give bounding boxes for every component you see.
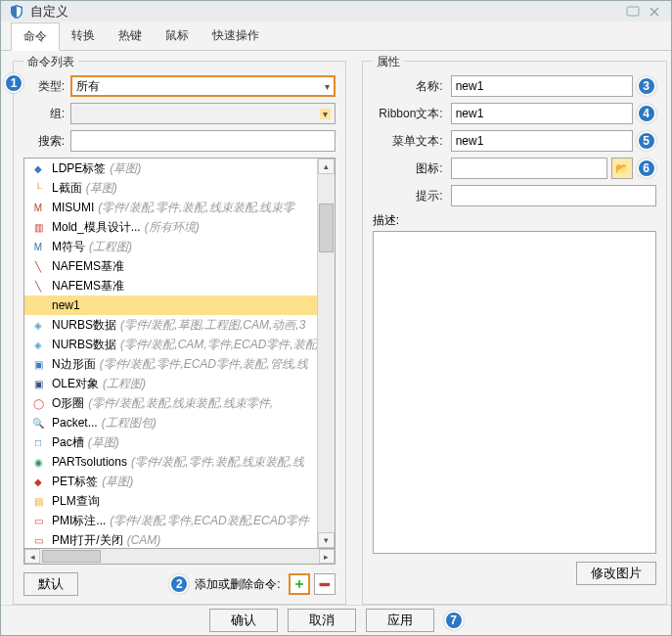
item-label: N边形面 — [52, 356, 96, 373]
list-item[interactable]: ◉PARTsolutions(零件/装配,零件,装配,线束装配,线 — [24, 452, 317, 472]
modify-image-button[interactable]: 修改图片 — [576, 562, 656, 585]
folder-open-icon: 📂 — [615, 162, 629, 175]
item-icon: ▥ — [30, 219, 46, 235]
list-item[interactable]: ▤PLM查询 — [24, 491, 317, 511]
search-input[interactable] — [70, 130, 336, 152]
tab-quick[interactable]: 快速操作 — [201, 22, 271, 50]
item-label: PET标签 — [52, 474, 98, 490]
default-button[interactable]: 默认 — [23, 572, 78, 596]
list-item[interactable]: ◆PET标签(草图) — [24, 472, 317, 491]
item-icon: ◆ — [30, 160, 46, 176]
tab-command[interactable]: 命令 — [11, 23, 60, 51]
list-item[interactable]: ▥Mold_模具设计...(所有环境) — [24, 217, 317, 237]
list-item[interactable]: MMISUMI(零件/装配,零件,装配,线束装配,线束零 — [24, 198, 317, 217]
item-icon: ▭ — [30, 513, 46, 528]
search-label: 搜索: — [23, 133, 65, 150]
item-label: PLM查询 — [52, 493, 100, 510]
scroll-right-button[interactable]: ▸ — [319, 549, 335, 564]
item-hint: (零件/装配,零件,ECAD装配,ECAD零件 — [110, 513, 309, 529]
type-select[interactable]: 所有 ▾ — [70, 75, 336, 97]
list-item[interactable]: 🔍Packet...(工程图包) — [24, 413, 317, 432]
item-label: PMI标注... — [52, 513, 106, 529]
scroll-down-button[interactable]: ▾ — [318, 532, 335, 548]
item-hint: (草图) — [86, 180, 117, 197]
item-icon — [30, 297, 46, 313]
list-item[interactable]: ▭PMI标注...(零件/装配,零件,ECAD装配,ECAD零件 — [24, 511, 317, 530]
add-command-button[interactable]: ＋ — [289, 573, 310, 595]
item-hint: (工程图包) — [102, 415, 157, 432]
command-list-title: 命令列表 — [23, 54, 78, 70]
list-item[interactable]: ▭PMI打开/关闭(CAM) — [24, 530, 317, 548]
help-icon[interactable] — [624, 4, 642, 20]
app-icon — [9, 4, 24, 20]
item-icon: ◈ — [30, 337, 46, 352]
type-value: 所有 — [76, 78, 100, 95]
list-item[interactable]: MM符号(工程图) — [24, 237, 317, 256]
tab-hotkey[interactable]: 热键 — [107, 22, 154, 50]
icon-field[interactable] — [451, 158, 607, 179]
callout-5: 5 — [637, 131, 656, 151]
item-icon: 🔍 — [30, 415, 46, 431]
list-item[interactable]: new1 — [24, 295, 317, 315]
cancel-button[interactable]: 取消 — [288, 609, 356, 632]
item-hint: (零件/装配,CAM,零件,ECAD零件,装配 — [120, 337, 317, 353]
list-item[interactable]: ◆LDPE标签(草图) — [24, 159, 317, 178]
list-item[interactable]: ◈NURBS数据(零件/装配,CAM,零件,ECAD零件,装配 — [24, 335, 317, 354]
callout-7: 7 — [444, 611, 464, 630]
tab-mouse[interactable]: 鼠标 — [154, 22, 201, 50]
list-item[interactable]: ╲NAFEMS基准 — [24, 276, 317, 295]
browse-icon-button[interactable]: 📂 — [611, 158, 633, 179]
hint-field[interactable] — [451, 185, 656, 206]
item-label: NURBS数据 — [52, 317, 116, 334]
menu-field[interactable] — [451, 130, 633, 152]
item-label: PMI打开/关闭 — [52, 532, 123, 549]
apply-button[interactable]: 应用 — [366, 609, 434, 632]
scroll-track-h[interactable] — [40, 549, 319, 564]
item-icon: ▭ — [30, 532, 46, 548]
description-label: 描述: — [373, 213, 399, 227]
command-list[interactable]: ◆LDPE标签(草图)└L截面(草图)MMISUMI(零件/装配,零件,装配,线… — [24, 159, 317, 548]
tab-convert[interactable]: 转换 — [60, 22, 107, 50]
ribbon-field[interactable] — [451, 103, 633, 124]
item-label: O形圈 — [52, 395, 84, 412]
name-field[interactable] — [451, 75, 633, 97]
list-item[interactable]: └L截面(草图) — [24, 178, 317, 198]
menu-label: 菜单文本: — [373, 133, 443, 150]
item-hint: (所有环境) — [145, 219, 200, 236]
close-icon[interactable] — [646, 4, 663, 20]
dialog-buttons: 确认 取消 应用 7 — [1, 605, 671, 635]
ok-button[interactable]: 确认 — [209, 609, 278, 632]
callout-1: 1 — [4, 73, 23, 93]
item-label: NURBS数据 — [52, 337, 116, 353]
item-label: Pac槽 — [52, 434, 84, 451]
list-item[interactable]: ▣N边形面(零件/装配,零件,ECAD零件,装配,管线,线 — [24, 354, 317, 374]
list-item[interactable]: □Pac槽(草图) — [24, 432, 317, 452]
name-label: 名称: — [373, 78, 443, 95]
list-item[interactable]: ╲NAFEMS基准 — [24, 256, 317, 276]
scroll-track[interactable] — [318, 174, 335, 532]
item-icon: M — [30, 239, 46, 254]
callout-2: 2 — [169, 574, 189, 594]
item-label: L截面 — [52, 180, 82, 197]
scroll-thumb[interactable] — [319, 204, 334, 252]
item-label: Packet... — [52, 416, 98, 430]
item-label: PARTsolutions — [52, 455, 127, 469]
vertical-scrollbar[interactable]: ▴ ▾ — [317, 159, 335, 548]
horizontal-scrollbar[interactable]: ◂ ▸ — [23, 549, 336, 565]
list-item[interactable]: ◯O形圈(零件/装配,装配,线束装配,线束零件, — [24, 393, 317, 413]
item-icon: ◉ — [30, 454, 46, 470]
list-item[interactable]: ▣OLE对象(工程图) — [24, 374, 317, 393]
scroll-left-button[interactable]: ◂ — [24, 549, 40, 564]
group-select[interactable]: ▾ — [70, 103, 336, 124]
scroll-thumb-h[interactable] — [42, 550, 101, 563]
scroll-up-button[interactable]: ▴ — [318, 159, 335, 174]
item-label: NAFEMS基准 — [52, 278, 124, 295]
chevron-down-icon: ▾ — [325, 81, 330, 92]
type-label: 类型: — [23, 78, 65, 95]
remove-command-button[interactable]: ━ — [314, 573, 336, 595]
item-hint: (CAM) — [127, 533, 161, 547]
ribbon-label: Ribbon文本: — [373, 106, 443, 122]
list-item[interactable]: ◈NURBS数据(零件/装配,草图,工程图,CAM,动画,3 — [24, 315, 317, 335]
description-textarea[interactable] — [373, 231, 656, 554]
item-icon: ▤ — [30, 493, 46, 509]
